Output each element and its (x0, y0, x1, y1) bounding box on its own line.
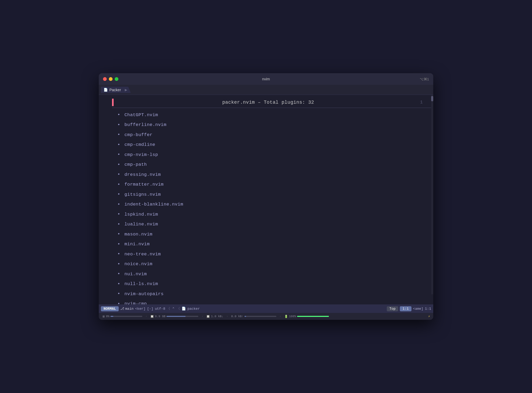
status-filename: packer (187, 307, 200, 311)
cpu-icon: 🖥 (102, 315, 105, 318)
plugin-name: gitsigns.nvim (125, 191, 161, 199)
battery-value: 100% (289, 315, 296, 318)
plugin-name: ChatGPT.nvim (125, 111, 158, 119)
plugin-name: indent-blankline.nvim (125, 200, 183, 208)
line-numbers (99, 95, 112, 304)
status-icons: 〈 ⌃ 〈 (167, 306, 180, 311)
tab-file-icon: 📄 (104, 88, 108, 92)
list-item: • cmp-nvim-lsp (112, 150, 433, 160)
editor-area[interactable]: packer.nvim – Total plugins: 32 1 • Chat… (99, 95, 433, 304)
bullet-icon: • (117, 230, 120, 239)
statusbar: NORMAL ⎇ main <ker] [-] utf-8 〈 ⌃ 〈 📄 pa… (99, 304, 433, 313)
mem-icon: 🔲 (150, 315, 154, 318)
tab-arrow: ▶ (125, 88, 127, 92)
plugin-name: null-ls.nvim (125, 280, 158, 288)
header-text: packer.nvim – Total plugins: 32 (116, 100, 420, 105)
divider-2: · (201, 314, 204, 319)
bullet-icon: • (117, 111, 120, 119)
list-item: • cmp-buffer (112, 130, 433, 140)
status-right: Top 1:1 <ame] 1:1 (387, 306, 431, 311)
plugin-name: cmp-path (125, 161, 147, 169)
list-item: • noice.nvim (112, 259, 433, 269)
header-line: packer.nvim – Total plugins: 32 1 (112, 97, 433, 108)
bullet-icon: • (117, 240, 120, 249)
bullet-icon: • (117, 220, 120, 229)
bullet-icon: • (117, 250, 120, 259)
list-item: • cmp-path (112, 160, 433, 170)
status-extra: [-] (147, 307, 153, 311)
bullet-icon: • (117, 260, 120, 269)
list-item: • lspkind.nvim (112, 209, 433, 220)
scrollbar-thumb[interactable] (431, 96, 433, 101)
editor-content: packer.nvim – Total plugins: 32 1 • Chat… (99, 95, 433, 304)
editor-lines[interactable]: packer.nvim – Total plugins: 32 1 • Chat… (112, 95, 433, 304)
window-shortcut: ⌥⌘1 (420, 77, 429, 81)
plugin-name: mason.nvim (125, 230, 152, 238)
net-ul: 0.0 kB↑ (231, 315, 243, 318)
battery-icon: 🔋 (284, 315, 288, 318)
maximize-button[interactable] (115, 77, 118, 81)
tab-packer[interactable]: 📄 Packer ▶ (101, 87, 131, 93)
plugin-name: lspkind.nvim (125, 211, 158, 219)
window-title: nvim (262, 77, 270, 81)
line-num-right: 1 (420, 100, 428, 105)
mem-bar-fill (166, 316, 186, 317)
list-item: • null-ls.nvim (112, 279, 433, 289)
plugin-name: dressing.nvim (125, 171, 161, 179)
net-bar-fill (244, 316, 246, 317)
scrollbar[interactable] (431, 95, 433, 294)
bullet-icon: • (117, 290, 120, 298)
minimize-button[interactable] (109, 77, 113, 81)
list-item: • mini.nvim (112, 239, 433, 250)
status-branch: ⎇ main (120, 307, 134, 311)
plugin-name: bufferline.nvim (125, 121, 166, 129)
nvim-window: nvim ⌥⌘1 📄 Packer ▶ packer.nvim – Total … (99, 73, 433, 320)
plugin-name: nui.nvim (125, 270, 147, 278)
systembar: 🖥 9% · 🔲 9.9 GB · 🔲 1.0 kB↓ · 0.0 kB↑ · … (99, 313, 433, 320)
status-file-icon: 📄 (182, 307, 186, 311)
plugin-name: mini.nvim (125, 240, 150, 248)
plugin-name: cmp-cmdline (125, 141, 155, 149)
divider-1: · (145, 314, 148, 319)
tab-label: Packer (109, 88, 121, 92)
cpu-bar-fill (110, 316, 113, 317)
list-item: • gitsigns.nvim (112, 190, 433, 200)
net-dl-icon: 🔲 (206, 315, 210, 318)
bullet-icon: • (117, 280, 120, 289)
close-button[interactable] (103, 77, 107, 81)
plugin-list: • ChatGPT.nvim • bufferline.nvim • cmp-b… (112, 110, 433, 304)
plugin-name: cmp-nvim-lsp (125, 151, 158, 159)
mem-bar (166, 316, 198, 317)
net-bar (244, 316, 276, 317)
list-item: • cmp-cmdline (112, 140, 433, 150)
divider-4: · (279, 314, 282, 319)
divider-3: · (226, 314, 229, 319)
bullet-icon: • (117, 200, 120, 209)
bullet-icon: • (117, 171, 120, 179)
list-item: • nvim-cmp (112, 299, 433, 305)
tabbar: 📄 Packer ▶ (99, 85, 433, 95)
bullet-icon: • (117, 141, 120, 149)
plugin-name: cmp-buffer (125, 131, 152, 139)
status-name-hint: <ame] (413, 307, 423, 311)
status-coords: 1:1 (425, 307, 431, 311)
bullet-icon: • (117, 131, 120, 139)
list-item: • dressing.nvim (112, 170, 433, 180)
list-item: • indent-blankline.nvim (112, 200, 433, 210)
bullet-icon: • (117, 190, 120, 199)
titlebar: nvim ⌥⌘1 (99, 73, 433, 85)
status-top: Top (387, 306, 398, 311)
line-num-1 (101, 97, 109, 105)
list-item: • neo-tree.nvim (112, 249, 433, 259)
plugin-name: neo-tree.nvim (125, 250, 161, 258)
plugin-name: noice.nvim (125, 260, 152, 268)
status-position: 1:1 (400, 306, 411, 311)
list-item: • formatter.nvim (112, 180, 433, 190)
branch-icon: ⎇ (120, 307, 124, 311)
bullet-icon: • (117, 181, 120, 189)
lightning-icon: ⚡ (428, 315, 430, 318)
battery-bar (297, 316, 329, 317)
bullet-icon: • (117, 300, 120, 305)
bullet-icon: • (117, 270, 120, 278)
net-dl: 1.0 kB↓ (211, 315, 223, 318)
